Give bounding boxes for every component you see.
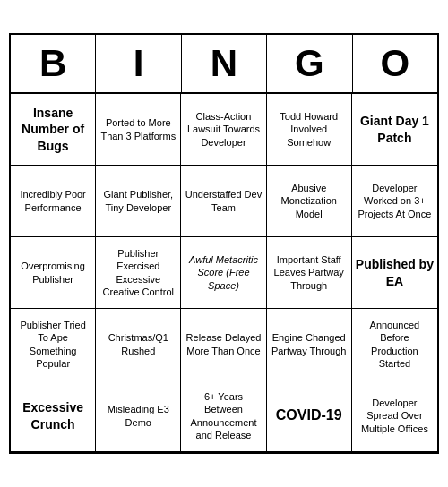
bingo-cell-16[interactable]: Christmas/Q1 Rushed	[96, 309, 181, 380]
bingo-header: BINGO	[11, 35, 437, 94]
bingo-cell-17[interactable]: Release Delayed More Than Once	[181, 309, 266, 380]
bingo-cell-21[interactable]: Misleading E3 Demo	[96, 380, 181, 452]
header-letter-b: B	[11, 35, 96, 92]
bingo-cell-19[interactable]: Announced Before Production Started	[352, 309, 437, 380]
bingo-cell-6[interactable]: Giant Publisher, Tiny Developer	[96, 166, 181, 237]
bingo-card: BINGO Insane Number of BugsPorted to Mor…	[9, 33, 439, 454]
bingo-cell-8[interactable]: Abusive Monetization Model	[267, 166, 352, 237]
bingo-cell-23[interactable]: COVID-19	[267, 380, 352, 452]
bingo-cell-2[interactable]: Class-Action Lawsuit Towards Developer	[181, 94, 266, 166]
bingo-grid: Insane Number of BugsPorted to More Than…	[11, 94, 437, 452]
bingo-cell-11[interactable]: Publisher Exercised Excessive Creative C…	[96, 237, 181, 309]
bingo-cell-24[interactable]: Developer Spread Over Multiple Offices	[352, 380, 437, 452]
bingo-cell-0[interactable]: Insane Number of Bugs	[11, 94, 96, 166]
bingo-cell-3[interactable]: Todd Howard Involved Somehow	[267, 94, 352, 166]
header-letter-i: I	[96, 35, 181, 92]
bingo-cell-22[interactable]: 6+ Years Between Announcement and Releas…	[181, 380, 266, 452]
bingo-cell-1[interactable]: Ported to More Than 3 Platforms	[96, 94, 181, 166]
bingo-cell-18[interactable]: Engine Changed Partway Through	[267, 309, 352, 380]
header-letter-g: G	[267, 35, 352, 92]
bingo-cell-15[interactable]: Publisher Tried To Ape Something Popular	[11, 309, 96, 380]
bingo-cell-5[interactable]: Incredibly Poor Performance	[11, 166, 96, 237]
bingo-cell-10[interactable]: Overpromising Publisher	[11, 237, 96, 309]
bingo-cell-20[interactable]: Excessive Crunch	[11, 380, 96, 452]
header-letter-o: O	[353, 35, 437, 92]
bingo-cell-9[interactable]: Developer Worked on 3+ Projects At Once	[352, 166, 437, 237]
bingo-cell-13[interactable]: Important Staff Leaves Partway Through	[267, 237, 352, 309]
bingo-cell-7[interactable]: Understaffed Dev Team	[181, 166, 266, 237]
header-letter-n: N	[182, 35, 267, 92]
bingo-cell-12[interactable]: Awful Metacritic Score (Free Space)	[181, 237, 266, 309]
bingo-cell-4[interactable]: Giant Day 1 Patch	[352, 94, 437, 166]
bingo-cell-14[interactable]: Published by EA	[352, 237, 437, 309]
